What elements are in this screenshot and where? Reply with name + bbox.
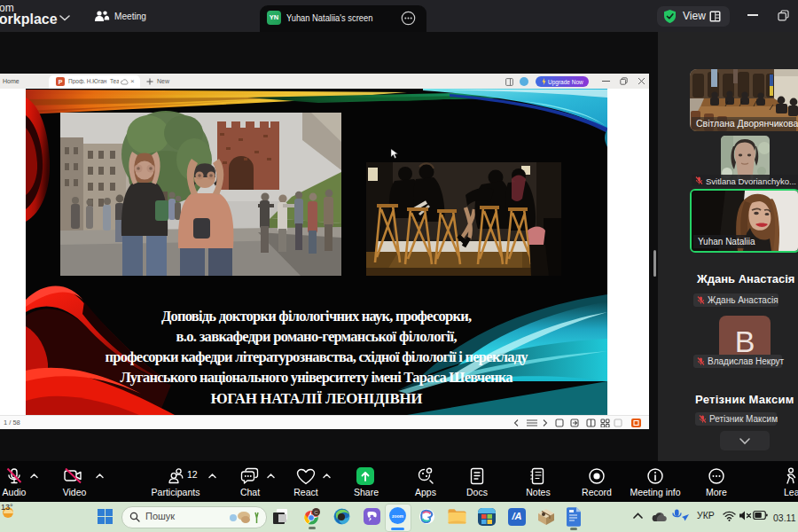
svg-text:Луганського національного унів: Луганського національного університету і…	[121, 369, 513, 386]
svg-text:Світлана Дворянчикова: Світлана Дворянчикова	[696, 118, 798, 129]
svg-text:Yuhan Nataliia: Yuhan Nataliia	[698, 237, 755, 246]
svg-text:C: C	[314, 510, 318, 515]
svg-text:P: P	[59, 79, 63, 85]
svg-text:професорки кафедри літературоз: професорки кафедри літературознавства, с…	[106, 348, 529, 365]
svg-text:в.о. завкафедри романо-германс: в.о. завкафедри романо-германської філол…	[176, 328, 458, 345]
svg-text:ЮГАН НАТАЛІЇ ЛЕОНІДІВНИ: ЮГАН НАТАЛІЇ ЛЕОНІДІВНИ	[211, 390, 423, 407]
svg-text:Доповідь докторки філологічних: Доповідь докторки філологічних наук, про…	[161, 308, 472, 325]
